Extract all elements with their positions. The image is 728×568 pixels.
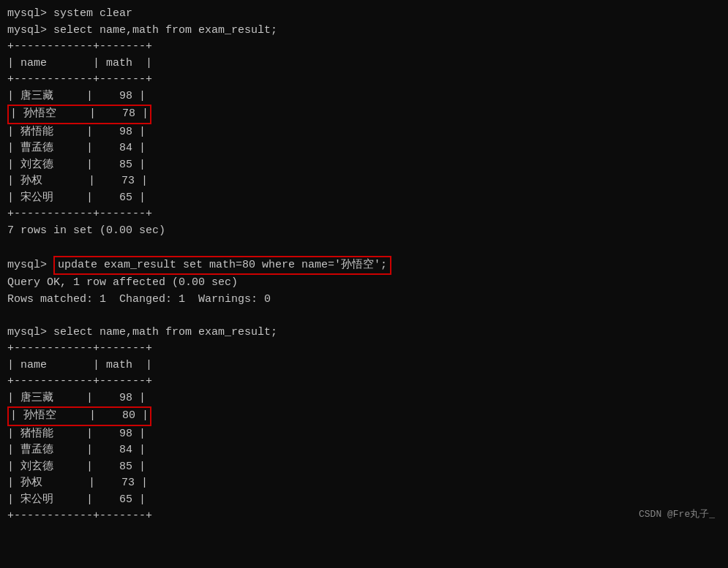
- line-row2-highlight: | 孙悟空 | 78 |: [7, 105, 721, 124]
- highlighted-row-sunwukong-78: | 孙悟空 | 78 |: [7, 105, 151, 124]
- line-sep1: +------------+-------+: [7, 39, 721, 56]
- line-blank2: [7, 308, 721, 325]
- prompt-3: mysql>: [7, 259, 53, 271]
- watermark: CSDN @Fre丸子_: [639, 507, 715, 522]
- highlighted-row-sunwukong-80: | 孙悟空 | 80 |: [7, 406, 151, 426]
- line-row5: | 刘玄德 | 85 |: [7, 157, 721, 174]
- line-sep5: +------------+-------+: [7, 374, 721, 390]
- terminal: mysql> system clear mysql> select name,m…: [7, 6, 721, 525]
- line-sep2: +------------+-------+: [7, 72, 721, 88]
- line-cmd2: mysql> select name,math from exam_result…: [7, 23, 721, 39]
- line-row4: | 曹孟德 | 84 |: [7, 140, 721, 157]
- line-sep6: +------------+-------+: [7, 508, 721, 525]
- line-row6: | 孙权 | 73 |: [7, 173, 721, 190]
- line-blank1: [7, 239, 721, 256]
- update-command: update exam_result set math=80 where nam…: [53, 256, 391, 276]
- line-row2b-highlight: | 孙悟空 | 80 |: [7, 406, 721, 426]
- line-row4b: | 曹孟德 | 84 |: [7, 442, 721, 459]
- line-row1: | 唐三藏 | 98 |: [7, 88, 721, 105]
- line-row1b: | 唐三藏 | 98 |: [7, 390, 721, 407]
- line-cmd1: mysql> system clear: [7, 6, 721, 23]
- line-row3b: | 猪悟能 | 98 |: [7, 426, 721, 443]
- line-cmd4: mysql> select name,math from exam_result…: [7, 325, 721, 341]
- line-sep4: +------------+-------+: [7, 341, 721, 357]
- line-sep3: +------------+-------+: [7, 206, 721, 223]
- line-hdr1: | name | math |: [7, 56, 721, 72]
- line-rowsmatch: Rows matched: 1 Changed: 1 Warnings: 0: [7, 292, 721, 308]
- line-row7: | 宋公明 | 65 |: [7, 190, 721, 207]
- line-row3: | 猪悟能 | 98 |: [7, 124, 721, 141]
- line-row6b: | 孙权 | 73 |: [7, 475, 721, 492]
- line-cmd3: mysql> update exam_result set math=80 wh…: [7, 256, 721, 276]
- line-row7b: | 宋公明 | 65 |: [7, 492, 721, 509]
- line-row5b: | 刘玄德 | 85 |: [7, 459, 721, 476]
- line-queryok: Query OK, 1 row affected (0.00 sec): [7, 275, 721, 292]
- line-rowcount1: 7 rows in set (0.00 sec): [7, 223, 721, 240]
- line-hdr2: | name | math |: [7, 357, 721, 374]
